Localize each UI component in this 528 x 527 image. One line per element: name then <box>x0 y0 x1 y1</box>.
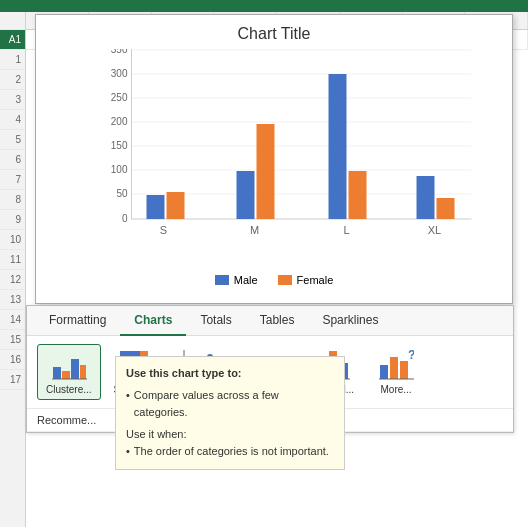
chart-type-more[interactable]: ? More... <box>367 344 425 400</box>
bar-m-female <box>257 124 275 219</box>
svg-rect-24 <box>80 365 86 379</box>
row-number: 6 <box>0 150 25 170</box>
legend-male: Male <box>215 274 258 286</box>
tab-tables[interactable]: Tables <box>246 306 309 336</box>
svg-text:350: 350 <box>111 49 128 55</box>
tooltip-line-1: • Compare values across a few categories… <box>126 387 334 422</box>
row-number: A1 <box>0 30 25 50</box>
chart-type-clustered-bar[interactable]: Clustere... <box>37 344 101 400</box>
tooltip-line-2: • The order of categories is not importa… <box>126 443 334 461</box>
svg-rect-23 <box>71 359 79 379</box>
row-number: 7 <box>0 170 25 190</box>
tooltip-box: Use this chart type to: • Compare values… <box>115 356 345 470</box>
svg-text:100: 100 <box>111 164 128 175</box>
chart-legend: Male Female <box>36 274 512 286</box>
svg-text:L: L <box>343 224 349 236</box>
svg-rect-21 <box>53 367 61 379</box>
svg-rect-22 <box>62 371 70 379</box>
svg-text:300: 300 <box>111 68 128 79</box>
bar-xl-female <box>437 198 455 219</box>
excel-header-bar <box>0 0 528 12</box>
row-number: 3 <box>0 90 25 110</box>
bar-s-male <box>147 195 165 219</box>
svg-text:?: ? <box>408 349 414 362</box>
legend-label-male: Male <box>234 274 258 286</box>
bullet-icon: • <box>126 387 130 405</box>
tooltip-title: Use this chart type to: <box>126 365 334 383</box>
tab-sparklines[interactable]: Sparklines <box>308 306 392 336</box>
row-number: 13 <box>0 290 25 310</box>
row-number <box>0 12 25 30</box>
chart-svg: 0 50 100 150 200 250 300 350 S M L <box>91 49 472 244</box>
tooltip-text-2: The order of categories is not important… <box>134 443 329 461</box>
row-number: 1 <box>0 50 25 70</box>
tooltip-text-1: Compare values across a few categories. <box>134 387 334 422</box>
recommend-label: Recomme... <box>37 414 96 426</box>
svg-text:50: 50 <box>116 188 128 199</box>
row-number: 17 <box>0 370 25 390</box>
bottom-panel: Formatting Charts Totals Tables Sparklin… <box>26 305 514 433</box>
svg-text:XL: XL <box>428 224 441 236</box>
bar-m-male <box>237 171 255 219</box>
bullet-icon-2: • <box>126 443 130 461</box>
svg-text:150: 150 <box>111 140 128 151</box>
clustered-bar-icon <box>51 349 87 381</box>
row-number: 12 <box>0 270 25 290</box>
tooltip-use-when: Use it when: <box>126 426 334 444</box>
row-number: 15 <box>0 330 25 350</box>
tabs-row: Formatting Charts Totals Tables Sparklin… <box>27 306 513 336</box>
bar-l-male <box>329 74 347 219</box>
svg-rect-51 <box>390 357 398 379</box>
legend-swatch-male <box>215 275 229 285</box>
chart-title: Chart Title <box>36 15 512 49</box>
svg-rect-50 <box>380 365 388 379</box>
row-number: 14 <box>0 310 25 330</box>
row-number: 9 <box>0 210 25 230</box>
bar-s-female <box>167 192 185 219</box>
row-numbers-column: A1 1 2 3 4 5 6 7 8 9 10 11 12 13 14 15 1… <box>0 12 26 527</box>
tab-formatting[interactable]: Formatting <box>35 306 120 336</box>
row-number: 10 <box>0 230 25 250</box>
row-number: 8 <box>0 190 25 210</box>
row-number: 11 <box>0 250 25 270</box>
bar-l-female <box>349 171 367 219</box>
row-number: 16 <box>0 350 25 370</box>
svg-text:M: M <box>250 224 259 236</box>
clustered-bar-label: Clustere... <box>46 384 92 395</box>
svg-text:0: 0 <box>122 213 128 224</box>
bar-xl-male <box>417 176 435 219</box>
row-number: 4 <box>0 110 25 130</box>
more-charts-icon: ? <box>378 349 414 381</box>
more-label: More... <box>381 384 412 395</box>
row-number: 5 <box>0 130 25 150</box>
svg-text:250: 250 <box>111 92 128 103</box>
legend-label-female: Female <box>297 274 334 286</box>
chart-container: Chart Title 0 50 100 150 200 250 300 350 <box>35 14 513 304</box>
svg-rect-52 <box>400 361 408 379</box>
svg-text:200: 200 <box>111 116 128 127</box>
chart-area: 0 50 100 150 200 250 300 350 S M L <box>91 49 472 244</box>
row-number: 2 <box>0 70 25 90</box>
tab-totals[interactable]: Totals <box>186 306 245 336</box>
legend-swatch-female <box>278 275 292 285</box>
svg-text:S: S <box>160 224 167 236</box>
tab-charts[interactable]: Charts <box>120 306 186 336</box>
legend-female: Female <box>278 274 334 286</box>
